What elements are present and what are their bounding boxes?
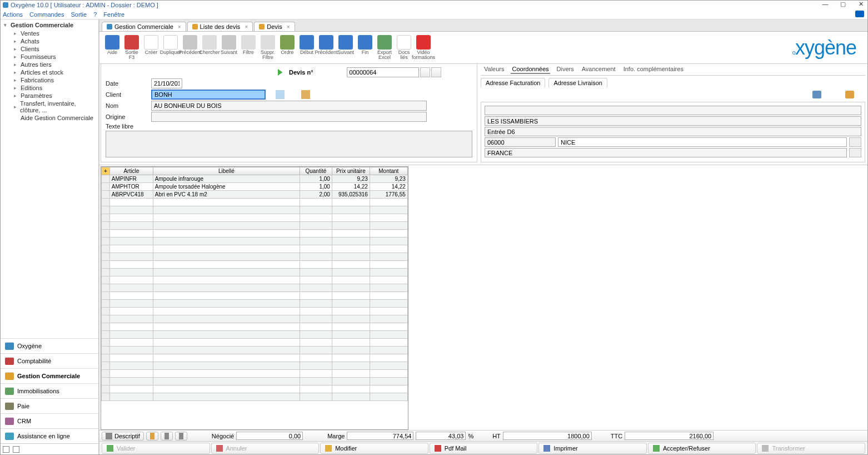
table-row-empty[interactable] [102, 245, 408, 253]
tab-close-icon[interactable]: × [245, 24, 248, 30]
btn-accepter[interactable]: Accepter/Refuser [648, 443, 756, 454]
table-row-empty[interactable] [102, 276, 408, 284]
addr-copy-icon[interactable] [812, 91, 821, 98]
tb-docs[interactable]: Docs liés [395, 34, 413, 61]
col-libelle[interactable]: Libellé [153, 167, 300, 175]
rp-tab-valeurs[interactable]: Valeurs [483, 65, 505, 74]
addr-line2[interactable] [485, 116, 861, 126]
addr-city-lookup[interactable] [849, 137, 861, 147]
addr-postal[interactable] [485, 137, 556, 147]
table-row-empty[interactable] [102, 222, 408, 230]
tree-root-gc[interactable]: Gestion Commerciale [1, 21, 98, 29]
menu-help[interactable]: ? [93, 11, 97, 18]
module-crm[interactable]: CRM [1, 413, 98, 428]
tab-close-icon[interactable]: × [287, 24, 290, 30]
tree-ventes[interactable]: Ventes [1, 29, 98, 37]
table-row-empty[interactable] [102, 385, 408, 393]
module-oxygene[interactable]: Oxygène [1, 338, 98, 353]
sb-btn2[interactable] [161, 432, 173, 441]
col-quantite[interactable]: Quantité [300, 167, 332, 175]
tree-articles[interactable]: Articles et stock [1, 68, 98, 76]
table-row-empty[interactable] [102, 214, 408, 222]
table-row-empty[interactable] [102, 315, 408, 323]
btn-modifier[interactable]: Modifier [320, 443, 428, 454]
tb-suppr-filtre[interactable]: Suppr. Filtre [258, 34, 277, 61]
tree-fournisseurs[interactable]: Fournisseurs [1, 53, 98, 61]
texte-libre-input[interactable] [106, 131, 472, 157]
date-input[interactable] [151, 78, 182, 88]
tb-prec-nav[interactable]: Précédent [317, 34, 336, 56]
table-row[interactable]: AMPINFRAmpoule infrarouge1,009,239,23 [102, 175, 408, 183]
tb-debut[interactable]: Début [297, 34, 316, 56]
rp-tab-avancement[interactable]: Avancement [581, 65, 617, 74]
tree-parametres[interactable]: Paramètres [1, 92, 98, 100]
addr-country[interactable] [485, 148, 847, 157]
addr-tab-livraison[interactable]: Adresse Livraison [548, 78, 607, 87]
play-icon[interactable] [278, 69, 285, 76]
negocie-input[interactable] [236, 432, 303, 440]
origine-input[interactable] [151, 112, 427, 122]
tree-aide-gc[interactable]: Aide Gestion Commerciale [1, 114, 98, 122]
table-row-empty[interactable] [102, 378, 408, 385]
tb-dupliquer[interactable]: Dupliquer [161, 34, 180, 56]
table-row-empty[interactable] [102, 206, 408, 214]
table-row-empty[interactable] [102, 370, 408, 378]
table-row-empty[interactable] [102, 300, 408, 308]
col-article[interactable]: Article [109, 167, 153, 175]
tab-gc[interactable]: Gestion Commerciale× [102, 22, 186, 31]
sb-btn3[interactable] [175, 432, 187, 441]
collapse-left-icon[interactable] [3, 446, 9, 453]
tab-devis[interactable]: Devis× [254, 22, 295, 31]
tree-achats[interactable]: Achats [1, 37, 98, 45]
rp-tab-coordonnees[interactable]: Coordonnées [511, 65, 550, 74]
tb-filtre[interactable]: Filtre [239, 34, 258, 56]
table-row-empty[interactable] [102, 238, 408, 245]
tree-clients[interactable]: Clients [1, 45, 98, 53]
tb-creer[interactable]: Créer [142, 34, 161, 56]
rp-tab-divers[interactable]: Divers [556, 65, 575, 74]
table-row-empty[interactable] [102, 362, 408, 370]
table-row-empty[interactable] [102, 199, 408, 206]
devis-nav-prev[interactable] [420, 67, 430, 77]
module-immo[interactable]: Immobilisations [1, 383, 98, 398]
addr-city[interactable] [558, 137, 847, 147]
table-row[interactable]: ABRPVC418Abri en PVC 4.18 m22,00935,0253… [102, 191, 408, 199]
table-row-empty[interactable] [102, 339, 408, 347]
tb-video[interactable]: Vidéo formations [414, 34, 433, 61]
tb-suivant[interactable]: Suivant [220, 34, 238, 56]
sb-descriptif[interactable]: Descriptif [102, 432, 144, 441]
grid-add-row[interactable]: + [102, 167, 110, 175]
tree-fabrications[interactable]: Fabrications [1, 76, 98, 84]
devis-nav-next[interactable] [431, 67, 441, 77]
module-compta[interactable]: Comptabilité [1, 353, 98, 368]
tab-close-icon[interactable]: × [178, 24, 181, 30]
devis-num-input[interactable] [347, 67, 419, 77]
col-montant[interactable]: Montant [370, 167, 407, 175]
lines-grid[interactable]: + Article Libellé Quantité Prix unitaire… [101, 166, 408, 430]
tree-transfert[interactable]: Transfert, inventaire, clôture, ... [1, 100, 98, 114]
table-row-empty[interactable] [102, 269, 408, 276]
tb-precedent[interactable]: Précédent [181, 34, 199, 56]
tb-sortie[interactable]: Sortie F3 [122, 34, 141, 61]
tree-editions[interactable]: Editions [1, 84, 98, 92]
table-row-empty[interactable] [102, 230, 408, 238]
menu-fenetre[interactable]: Fenêtre [103, 11, 124, 18]
tb-excel[interactable]: Export Excel [375, 34, 394, 61]
col-prix[interactable]: Prix unitaire [332, 167, 370, 175]
menu-commandes[interactable]: Commandes [29, 11, 64, 18]
tb-fin[interactable]: Fin [356, 34, 375, 56]
client-input[interactable] [151, 90, 266, 100]
table-row-empty[interactable] [102, 261, 408, 269]
table-row-empty[interactable] [102, 354, 408, 362]
tree-autres-tiers[interactable]: Autres tiers [1, 61, 98, 68]
menu-sortie[interactable]: Sortie [71, 11, 87, 18]
tb-ordre[interactable]: Ordre [278, 34, 297, 56]
module-assistance[interactable]: Assistance en ligne [1, 428, 98, 443]
sb-btn1[interactable] [146, 432, 158, 441]
table-row-empty[interactable] [102, 292, 408, 300]
table-row-empty[interactable] [102, 284, 408, 292]
table-row-empty[interactable] [102, 253, 408, 261]
close-button[interactable]: ✕ [856, 1, 865, 8]
table-row-empty[interactable] [102, 347, 408, 354]
rp-tab-info[interactable]: Info. complémentaires [622, 65, 685, 74]
